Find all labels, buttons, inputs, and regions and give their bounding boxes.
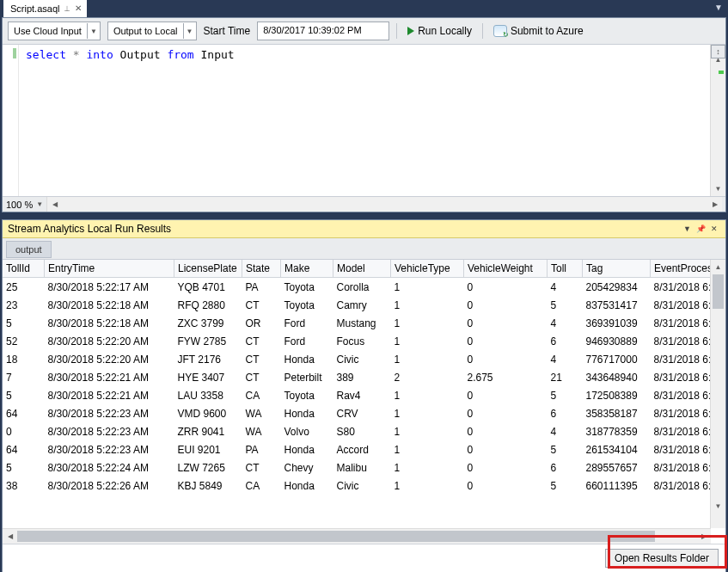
scroll-right-icon[interactable]: ▶	[707, 197, 722, 212]
table-row[interactable]: 188/30/2018 5:22:20 AMJFT 2176CTHondaCiv…	[3, 350, 710, 368]
chevron-down-icon[interactable]: ▼	[36, 200, 43, 208]
table-cell: 18	[3, 350, 45, 368]
panel-separator[interactable]	[0, 212, 728, 219]
scroll-thumb[interactable]	[17, 531, 655, 542]
table-cell: 5	[548, 440, 583, 458]
table-cell: 52	[3, 332, 45, 350]
column-header[interactable]: State	[242, 260, 281, 278]
table-cell: 8/30/2018 5:22:20 AM	[45, 350, 174, 368]
table-cell: 8/30/2018 5:22:23 AM	[45, 440, 174, 458]
table-cell: CRV	[333, 404, 391, 422]
cloud-upload-icon	[493, 25, 507, 37]
table-cell: 1	[391, 386, 464, 404]
column-header[interactable]: VehicleType	[391, 260, 464, 278]
table-row[interactable]: 58/30/2018 5:22:18 AMZXC 3799ORFordMusta…	[3, 314, 710, 332]
start-time-input[interactable]: 8/30/2017 10:39:02 PM	[257, 22, 389, 40]
column-header[interactable]: EntryTime	[45, 260, 174, 278]
table-cell: Malibu	[333, 458, 391, 477]
table-cell: 8/30/2018 5:22:26 AM	[45, 477, 174, 495]
cloud-input-dropdown[interactable]: Use Cloud Input ▼	[8, 22, 101, 40]
table-row[interactable]: 58/30/2018 5:22:24 AMLZW 7265CTChevyMali…	[3, 458, 710, 477]
column-header[interactable]: VehicleWeight	[464, 260, 548, 278]
scroll-left-icon[interactable]: ◀	[47, 197, 62, 212]
results-table: TollIdEntryTimeLicensePlateStateMakeMode…	[3, 260, 710, 495]
table-row[interactable]: 648/30/2018 5:22:23 AMEUI 9201PAHondaAcc…	[3, 440, 710, 458]
table-cell: Civic	[333, 350, 391, 368]
pin-icon[interactable]: ⟂	[64, 0, 70, 17]
table-cell: 8/31/2018 6:18:34 AM	[651, 350, 711, 368]
column-header[interactable]: Toll	[548, 260, 583, 278]
results-vertical-scrollbar[interactable]: ▲ ▼	[710, 260, 725, 528]
results-horizontal-scrollbar[interactable]: ◀ ▶	[3, 528, 711, 544]
table-cell: 8/31/2018 6:18:34 AM	[651, 458, 711, 477]
column-header[interactable]: TollId	[3, 260, 45, 278]
tab-output[interactable]: output	[6, 241, 52, 258]
table-cell: ZXC 3799	[174, 314, 242, 332]
submit-to-azure-button[interactable]: Submit to Azure	[490, 22, 587, 40]
scroll-down-icon[interactable]: ▼	[711, 181, 725, 196]
column-header[interactable]: EventProcessedUtcTime	[651, 260, 711, 278]
column-header[interactable]: Model	[333, 260, 391, 278]
table-cell: 7	[3, 368, 45, 386]
table-row[interactable]: 238/30/2018 5:22:18 AMRFQ 2880CTToyotaCa…	[3, 296, 710, 314]
window-position-icon[interactable]: ▼	[681, 224, 694, 233]
scroll-up-icon[interactable]: ▲	[711, 260, 725, 274]
scroll-left-icon[interactable]: ◀	[3, 529, 17, 544]
table-cell: 8/31/2018 6:18:34 AM	[651, 368, 711, 386]
table-cell: 5	[548, 386, 583, 404]
table-row[interactable]: 388/30/2018 5:22:26 AMKBJ 5849CAHondaCiv…	[3, 477, 710, 495]
table-cell: 369391039	[583, 314, 651, 332]
table-cell: OR	[242, 314, 281, 332]
editor-horizontal-scrollbar[interactable]: ◀ ▶	[46, 197, 722, 212]
results-header: Stream Analytics Local Run Results ▼ 📌 ✕	[3, 220, 725, 238]
table-row[interactable]: 648/30/2018 5:22:23 AMVMD 9600WAHondaCRV…	[3, 404, 710, 422]
table-row[interactable]: 08/30/2018 5:22:23 AMZRR 9041WAVolvoS801…	[3, 422, 710, 440]
table-cell: 8/31/2018 6:18:34 AM	[651, 314, 711, 332]
scroll-down-icon[interactable]: ▼	[711, 499, 725, 514]
pin-icon[interactable]: 📌	[694, 224, 708, 233]
table-cell: 837531417	[583, 296, 651, 314]
close-icon[interactable]: ✕	[75, 0, 82, 17]
table-row[interactable]: 78/30/2018 5:22:21 AMHYE 3407CTPeterbilt…	[3, 368, 710, 386]
zoom-level[interactable]: 100 %	[6, 200, 33, 210]
table-row[interactable]: 58/30/2018 5:22:21 AMLAU 3358CAToyotaRav…	[3, 386, 710, 404]
run-locally-button[interactable]: Run Locally	[404, 22, 475, 40]
table-cell: 0	[464, 386, 548, 404]
expand-collapse-icon[interactable]: ↕	[711, 45, 725, 58]
output-local-dropdown[interactable]: Output to Local ▼	[107, 22, 197, 40]
editor-status-bar: 100 % ▼ ◀ ▶	[3, 196, 725, 212]
open-results-folder-button[interactable]: Open Results Folder	[605, 549, 719, 568]
table-cell: 5	[3, 458, 45, 477]
query-editor[interactable]: select * into Output from Input ▲ ▼ ↕	[3, 45, 725, 196]
window-caret-icon[interactable]: ▼	[714, 3, 723, 12]
table-cell: WA	[242, 404, 281, 422]
document-tab-script[interactable]: Script.asaql ⟂ ✕	[3, 0, 87, 17]
table-row[interactable]: 528/30/2018 5:22:20 AMFYW 2785CTFordFocu…	[3, 332, 710, 350]
scroll-right-icon[interactable]: ▶	[696, 529, 711, 544]
column-header[interactable]: LicensePlate	[174, 260, 242, 278]
table-cell: 0	[464, 314, 548, 332]
column-header[interactable]: Make	[281, 260, 333, 278]
map-marker-icon	[719, 71, 724, 74]
table-cell: CT	[242, 350, 281, 368]
editor-code[interactable]: select * into Output from Input	[19, 45, 242, 196]
table-cell: 1	[391, 296, 464, 314]
column-header[interactable]: Tag	[583, 260, 651, 278]
table-cell: 4	[548, 278, 583, 297]
table-cell: 8/31/2018 6:18:34 AM	[651, 404, 711, 422]
table-cell: CT	[242, 332, 281, 350]
table-cell: YQB 4701	[174, 278, 242, 297]
table-cell: LAU 3358	[174, 386, 242, 404]
table-cell: 8/30/2018 5:22:20 AM	[45, 332, 174, 350]
scroll-thumb[interactable]	[713, 274, 724, 309]
table-cell: 289557657	[583, 458, 651, 477]
table-cell: HYE 3407	[174, 368, 242, 386]
table-cell: Camry	[333, 296, 391, 314]
submit-to-azure-label: Submit to Azure	[511, 25, 584, 37]
close-icon[interactable]: ✕	[708, 224, 720, 233]
document-tab-strip: Script.asaql ⟂ ✕ ▼	[0, 0, 728, 17]
table-cell: 1	[391, 350, 464, 368]
table-row[interactable]: 258/30/2018 5:22:17 AMYQB 4701PAToyotaCo…	[3, 278, 710, 297]
table-cell: 5	[3, 386, 45, 404]
editor-vertical-scrollbar[interactable]: ▲ ▼	[710, 45, 725, 196]
